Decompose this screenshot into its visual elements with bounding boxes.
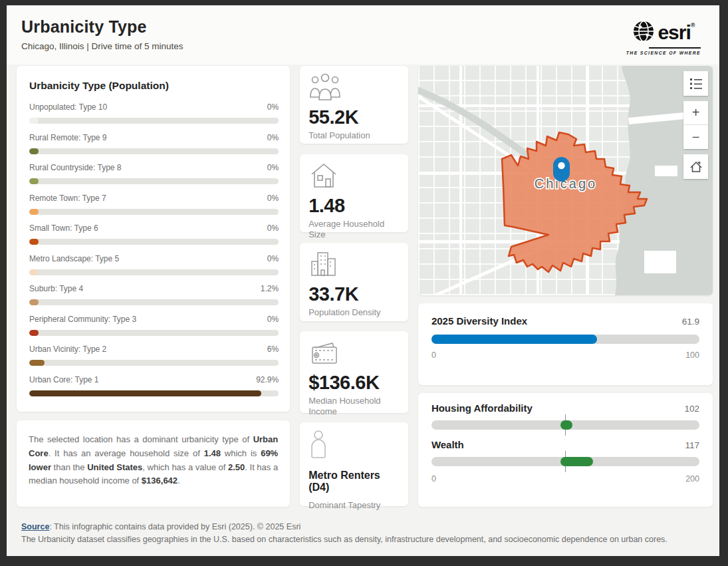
stats-column: 55.2K Total Population 1.48 Average Hous… xyxy=(300,66,408,507)
bar-label: Rural Remote: Type 9 xyxy=(29,133,107,142)
gauge-min: 0 xyxy=(431,474,436,484)
gauge-title: Housing Affordability xyxy=(431,402,533,414)
summary-text: The selected location has a dominant urb… xyxy=(29,433,278,488)
home-icon xyxy=(689,160,703,174)
gauge-track xyxy=(431,420,699,430)
bar-track xyxy=(29,299,279,305)
stat-card-total-population: 55.2K Total Population xyxy=(300,66,408,144)
urbanicity-panel: Urbanicity Type (Population) Unpopulated… xyxy=(17,66,290,412)
footer-source-line: Source: This infographic contains data p… xyxy=(21,521,706,533)
tapestry-label: Dominant Tapestry xyxy=(308,500,400,510)
urbanicity-bar-row: Remote Town: Type 70% xyxy=(29,194,279,215)
bar-label: Small Town: Type 6 xyxy=(29,223,98,233)
bar-track xyxy=(29,148,279,154)
bar-fill xyxy=(29,239,39,245)
stat-card-median-income: $136.6K Median Household Income xyxy=(300,331,408,413)
map-canvas[interactable]: Chicago + − xyxy=(418,66,713,295)
bar-value: 0% xyxy=(267,194,279,203)
map-home-button[interactable] xyxy=(683,154,708,179)
bar-track xyxy=(29,178,279,184)
map-zoom-in-button[interactable]: + xyxy=(683,101,708,125)
gauge-max: 200 xyxy=(685,474,699,484)
stat-label: Average Household Size xyxy=(308,219,400,239)
urbanicity-bar-row: Peripheral Community: Type 30% xyxy=(29,315,279,336)
stat-value: $136.6K xyxy=(308,372,400,394)
bar-fill xyxy=(29,209,39,215)
bar-fill xyxy=(29,148,39,154)
bar-fill xyxy=(29,269,39,275)
urbanicity-bar-row: Metro Landscape: Type 50% xyxy=(29,254,279,275)
gauge-title: Wealth xyxy=(431,439,464,450)
gauge-value: 61.9 xyxy=(682,317,699,327)
bar-value: 0% xyxy=(267,163,279,172)
window-frame: Urbanicity Type Chicago, Illinois | Driv… xyxy=(0,0,728,566)
bar-track xyxy=(29,269,279,275)
bar-value: 0% xyxy=(267,223,279,233)
map-landfill-block xyxy=(655,166,677,176)
stat-value: 55.2K xyxy=(308,106,400,128)
bar-label: Peripheral Community: Type 3 xyxy=(29,315,136,324)
gauge-value: 102 xyxy=(684,404,699,414)
urbanicity-bar-row: Urban Vicinity: Type 26% xyxy=(29,345,279,366)
left-column: Urbanicity Type (Population) Unpopulated… xyxy=(17,66,290,507)
esri-logo: esri® THE SCIENCE OF WHERE xyxy=(626,20,701,55)
bar-label: Unpopulated: Type 10 xyxy=(29,102,107,112)
map-legend-button[interactable] xyxy=(683,71,708,96)
urbanicity-panel-title: Urbanicity Type (Population) xyxy=(29,80,279,92)
bar-track xyxy=(29,330,279,336)
logo-divider xyxy=(649,47,701,49)
stat-label: Population Density xyxy=(308,307,400,318)
page-subtitle: Chicago, Illinois | Drive time of 5 minu… xyxy=(21,41,183,51)
bar-value: 0% xyxy=(267,254,279,263)
bar-track xyxy=(29,360,279,366)
footer-description: The Urbanicity dataset classifies geogra… xyxy=(21,533,706,546)
wallet-icon xyxy=(308,339,400,366)
bar-fill xyxy=(29,299,39,305)
page-title: Urbanicity Type xyxy=(21,17,183,37)
source-link[interactable]: Source xyxy=(21,522,49,531)
urbanicity-bar-row: Suburb: Type 41.2% xyxy=(29,284,279,305)
bar-fill xyxy=(29,330,39,336)
bar-value: 0% xyxy=(267,315,279,324)
bar-fill xyxy=(29,178,39,184)
legend-list-icon xyxy=(689,77,703,90)
bar-value: 0% xyxy=(267,102,279,112)
people-icon xyxy=(308,73,400,101)
bar-label: Urban Vicinity: Type 2 xyxy=(29,345,106,354)
main-content: Urbanicity Type (Population) Unpopulated… xyxy=(7,65,719,507)
gauge-fill xyxy=(431,335,598,344)
bar-label: Remote Town: Type 7 xyxy=(29,194,106,203)
bar-value: 0% xyxy=(267,133,279,142)
bar-label: Metro Landscape: Type 5 xyxy=(29,254,119,263)
gauge-track xyxy=(431,457,699,466)
stat-label: Median Household Income xyxy=(308,396,400,416)
map-landfill-block xyxy=(644,251,676,273)
esri-globe-icon xyxy=(632,20,655,45)
location-pin xyxy=(553,157,570,182)
footer: Source: This infographic contains data p… xyxy=(7,507,719,547)
header: Urbanicity Type Chicago, Illinois | Driv… xyxy=(7,5,719,65)
gauge-value: 117 xyxy=(685,440,699,450)
urbanicity-bar-row: Small Town: Type 60% xyxy=(29,223,279,245)
gauge-pill xyxy=(560,420,572,430)
urbanicity-bar-row: Rural Countryside: Type 80% xyxy=(29,163,279,184)
bar-label: Urban Core: Type 1 xyxy=(29,375,99,384)
urbanicity-bar-row: Rural Remote: Type 90% xyxy=(29,133,279,154)
bar-fill xyxy=(29,118,39,124)
map-zoom-out-button[interactable]: − xyxy=(683,125,708,149)
esri-tagline: THE SCIENCE OF WHERE xyxy=(626,51,701,55)
bar-value: 6% xyxy=(267,345,279,354)
gauge-track xyxy=(431,335,699,344)
infographic-page: Urbanicity Type Chicago, Illinois | Driv… xyxy=(7,5,719,556)
footer-source-text: : This infographic contains data provide… xyxy=(49,522,301,531)
summary-panel: The selected location has a dominant urb… xyxy=(17,420,290,507)
bar-value: 1.2% xyxy=(261,284,279,293)
stat-card-population-density: 33.7K Population Density xyxy=(300,243,408,321)
tapestry-segment: Metro Renters (D4) xyxy=(308,470,400,494)
esri-wordmark: esri® xyxy=(658,23,694,43)
house-icon xyxy=(308,162,400,190)
person-icon xyxy=(308,430,400,462)
bar-fill xyxy=(29,390,261,396)
diversity-index-panel: 2025 Diversity Index 61.9 0 100 xyxy=(418,303,713,385)
right-column: Chicago + − xyxy=(418,66,713,507)
